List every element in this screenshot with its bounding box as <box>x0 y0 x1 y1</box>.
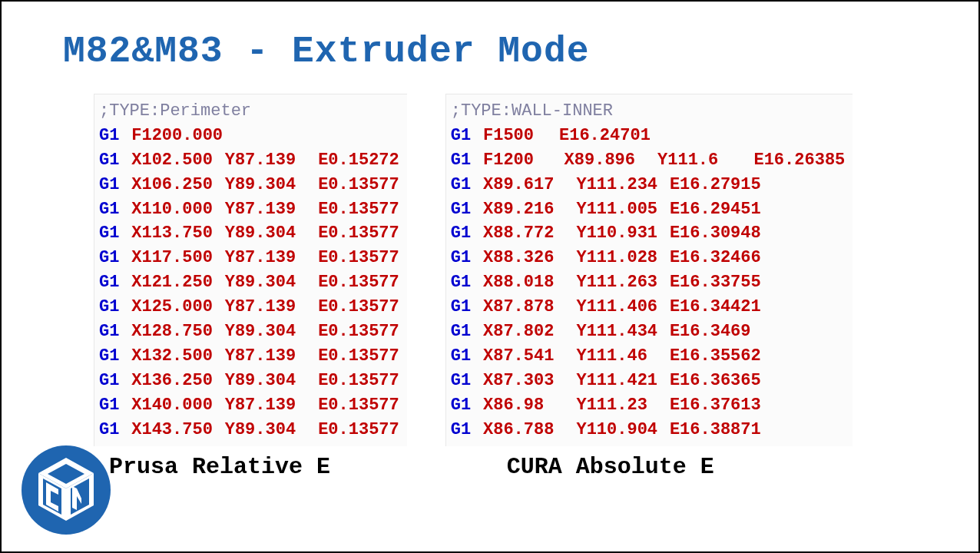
gcode-arg: Y111.46 <box>576 344 669 369</box>
comment-text: ;TYPE:Perimeter <box>99 99 251 124</box>
gcode-comment: ;TYPE:Perimeter <box>99 99 399 124</box>
gcode-line: G1 X87.541Y111.46E16.35562 <box>451 344 846 369</box>
gcode-cmd: G1 <box>451 418 473 442</box>
right-caption: CURA Absolute E <box>507 454 853 480</box>
gcode-arg: E0.13577 <box>318 320 399 344</box>
gcode-arg: E16.36365 <box>670 369 761 393</box>
gcode-arg: X121.250 <box>131 270 224 295</box>
gcode-arg: Y87.139 <box>225 344 318 369</box>
gcode-arg: E0.13577 <box>318 369 399 393</box>
gcode-arg: Y87.139 <box>225 148 318 173</box>
gcode-cmd: G1 <box>451 369 473 393</box>
gcode-arg: E0.13577 <box>318 295 399 320</box>
gcode-arg: Y111.263 <box>576 270 669 295</box>
gcode-arg: E0.13577 <box>318 393 399 418</box>
gcode-line: G1 X86.98Y111.23E16.37613 <box>451 393 846 418</box>
gcode-arg: Y111.434 <box>576 320 669 344</box>
gcode-cmd: G1 <box>451 124 473 148</box>
gcode-arg: Y89.304 <box>225 369 318 393</box>
gcode-arg: Y111.005 <box>576 197 669 222</box>
gcode-arg: Y111.23 <box>576 393 669 418</box>
left-column: ;TYPE:Perimeter G1 F1200.000 G1 X102.500… <box>94 94 407 480</box>
gcode-arg: X87.878 <box>483 295 576 320</box>
gcode-cmd: G1 <box>451 148 473 173</box>
gcode-arg: Y89.304 <box>225 173 318 197</box>
gcode-arg: Y87.139 <box>225 197 318 222</box>
gcode-arg: Y89.304 <box>225 320 318 344</box>
gcode-arg: E0.13577 <box>318 270 399 295</box>
gcode-cmd: G1 <box>99 197 121 222</box>
gcode-arg: E0.13577 <box>318 173 399 197</box>
gcode-line: G1 X89.216Y111.005E16.29451 <box>451 197 846 222</box>
gcode-cmd: G1 <box>99 295 121 320</box>
gcode-cmd: G1 <box>99 344 121 369</box>
gcode-line: G1 X143.750Y89.304E0.13577 <box>99 418 399 442</box>
slide-title: M82&M83 - Extruder Mode <box>63 31 940 72</box>
gcode-arg: E16.33755 <box>670 270 761 295</box>
gcode-line: G1 X128.750Y89.304E0.13577 <box>99 320 399 344</box>
gcode-line: G1 X86.788Y110.904E16.38871 <box>451 418 846 442</box>
gcode-arg: Y110.904 <box>576 418 669 442</box>
gcode-line: G1 X113.750Y89.304E0.13577 <box>99 221 399 246</box>
gcode-arg: F1200 <box>483 148 554 173</box>
gcode-arg: X88.018 <box>483 270 576 295</box>
gcode-cmd: G1 <box>451 246 473 270</box>
gcode-arg: E16.24701 <box>559 124 651 148</box>
gcode-cmd: G1 <box>451 270 473 295</box>
left-code-block: ;TYPE:Perimeter G1 F1200.000 G1 X102.500… <box>94 94 407 446</box>
gcode-arg: E16.38871 <box>670 418 761 442</box>
gcode-arg: E16.27915 <box>670 173 761 197</box>
gcode-arg: Y110.931 <box>576 221 669 246</box>
gcode-arg: E16.26385 <box>753 148 845 173</box>
gcode-arg: X88.772 <box>483 221 576 246</box>
gcode-arg: Y89.304 <box>225 270 318 295</box>
gcode-arg: Y111.6 <box>657 148 743 173</box>
gcode-arg: Y111.028 <box>576 246 669 270</box>
gcode-arg: Y87.139 <box>225 295 318 320</box>
gcode-arg: E16.32466 <box>670 246 761 270</box>
gcode-arg: E0.13577 <box>318 246 399 270</box>
slide-frame: M82&M83 - Extruder Mode ;TYPE:Perimeter … <box>0 0 980 553</box>
gcode-arg: E16.37613 <box>670 393 761 418</box>
gcode-cmd: G1 <box>451 173 473 197</box>
gcode-cmd: G1 <box>99 148 121 173</box>
gcode-arg: E0.13577 <box>318 221 399 246</box>
gcode-arg: E0.13577 <box>318 418 399 442</box>
gcode-arg: E16.34421 <box>670 295 761 320</box>
gcode-arg: X125.000 <box>131 295 224 320</box>
gcode-comment: ;TYPE:WALL-INNER <box>451 99 846 124</box>
gcode-cmd: G1 <box>99 270 121 295</box>
gcode-line: G1 F1200.000 <box>99 124 399 148</box>
comment-text: ;TYPE:WALL-INNER <box>451 99 613 124</box>
gcode-arg: X88.326 <box>483 246 576 270</box>
gcode-arg: Y111.421 <box>576 369 669 393</box>
gcode-arg: X89.216 <box>483 197 576 222</box>
cube-logo-icon <box>20 444 112 536</box>
gcode-arg: X113.750 <box>131 221 224 246</box>
gcode-line: G1 X102.500Y87.139E0.15272 <box>99 148 399 173</box>
gcode-line: G1 X125.000Y87.139E0.13577 <box>99 295 399 320</box>
gcode-cmd: G1 <box>99 369 121 393</box>
gcode-cmd: G1 <box>99 173 121 197</box>
gcode-arg: Y89.304 <box>225 418 318 442</box>
gcode-arg: X89.896 <box>564 148 647 173</box>
gcode-line: G1 X88.772Y110.931E16.30948 <box>451 221 846 246</box>
gcode-line: G1 X136.250Y89.304E0.13577 <box>99 369 399 393</box>
gcode-line: G1 X89.617Y111.234E16.27915 <box>451 173 846 197</box>
gcode-line: G1 X88.018Y111.263E16.33755 <box>451 270 846 295</box>
gcode-line: G1 X132.500Y87.139E0.13577 <box>99 344 399 369</box>
gcode-cmd: G1 <box>99 246 121 270</box>
gcode-arg: E16.3469 <box>670 320 751 344</box>
gcode-arg: X86.788 <box>483 418 576 442</box>
gcode-arg: X110.000 <box>131 197 224 222</box>
gcode-line: G1 F1200 X89.896 Y111.6 E16.26385 <box>451 148 846 173</box>
gcode-line: G1 X87.303Y111.421E16.36365 <box>451 369 846 393</box>
gcode-arg: F1200.000 <box>131 124 223 148</box>
gcode-arg: Y111.234 <box>576 173 669 197</box>
columns: ;TYPE:Perimeter G1 F1200.000 G1 X102.500… <box>94 94 940 480</box>
gcode-cmd: G1 <box>451 344 473 369</box>
gcode-arg: E0.13577 <box>318 344 399 369</box>
gcode-arg: E16.29451 <box>670 197 761 222</box>
gcode-arg: X132.500 <box>131 344 224 369</box>
gcode-line: G1 X140.000Y87.139E0.13577 <box>99 393 399 418</box>
